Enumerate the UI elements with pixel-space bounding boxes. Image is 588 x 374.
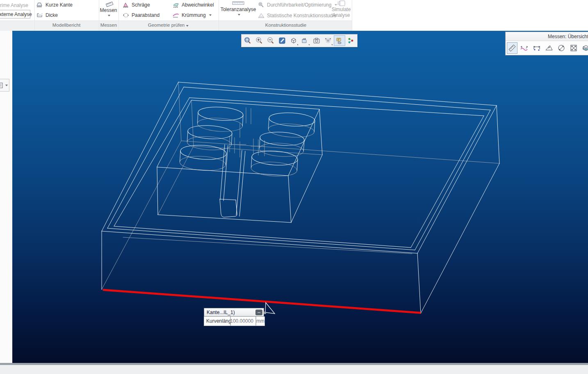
saved-views-button[interactable]: AB	[299, 35, 311, 46]
measure-curve-length-button[interactable]	[519, 42, 530, 54]
zoom-out-icon	[267, 37, 275, 45]
callout-value[interactable]: 100.00000	[230, 317, 256, 326]
measure-ruler-button[interactable]	[507, 42, 517, 54]
capture-icon	[313, 37, 320, 44]
dicke-button[interactable]: Dicke	[36, 12, 58, 18]
spin-center-button[interactable]	[345, 35, 357, 46]
left-margin-strip	[0, 31, 12, 363]
group-separator	[219, 0, 219, 30]
measure-distance-button[interactable]	[531, 42, 542, 54]
dropdown-arrow-icon	[209, 14, 212, 16]
messen-panel-title: Messen: Übersicht	[548, 34, 588, 39]
corner-dropdown-icon	[309, 44, 310, 45]
toleranzanalyse-icon	[231, 0, 246, 7]
durchfuehrbarkeit-icon	[258, 2, 265, 8]
callout-row: Kurvenlänge 100.00000 mm	[204, 317, 265, 326]
repaint-button[interactable]	[276, 35, 288, 46]
messen-icon	[105, 1, 112, 7]
group-label-modellbericht: Modellbericht	[52, 23, 80, 28]
callout-title: Kante...IL_1)	[204, 310, 255, 315]
svg-text:AB: AB	[303, 38, 306, 40]
group-label-konstruktionsstudie: Konstruktionsstudie	[265, 23, 306, 28]
diameter-icon	[557, 44, 565, 52]
wireframe-model	[12, 31, 588, 363]
toleranzanalyse-button[interactable]: Toleranzanalyse	[220, 0, 257, 16]
annotation-display-icon	[335, 37, 344, 44]
zoom-in-icon	[255, 37, 263, 45]
statistische-button: Statistische Konstruktionsstudie	[258, 12, 336, 19]
kruemmung-icon	[172, 12, 180, 18]
spin-center-icon	[347, 37, 355, 44]
bounding-box-icon	[570, 44, 578, 52]
callout-unit: mm	[256, 317, 265, 326]
graphics-viewport[interactable]	[12, 31, 588, 363]
measure-bounding-box-button[interactable]	[568, 42, 579, 54]
angle-icon	[545, 44, 554, 52]
simulate-analyse-button: Simulate Analyse	[330, 0, 352, 18]
kurze-kante-button[interactable]: Kurze Kante	[36, 2, 73, 8]
simulate-icon	[336, 0, 346, 7]
callout-header[interactable]: Kante...IL_1) –	[204, 308, 264, 317]
group-separator	[119, 0, 119, 30]
datum-display-button[interactable]	[322, 35, 334, 46]
corner-dropdown-icon	[297, 44, 299, 45]
point-distance-icon	[532, 44, 541, 52]
zoom-region-icon	[244, 37, 252, 45]
paarabstand-button[interactable]: Paarabstand	[122, 12, 160, 18]
callout-leader	[265, 303, 275, 314]
saved-views-icon: AB	[301, 37, 309, 44]
durchfuehrbarkeit-button: Durchführbarkeit/Optimierung	[258, 2, 337, 8]
kruemmung-button[interactable]: Krümmung	[172, 12, 212, 18]
display-style-button[interactable]	[288, 35, 299, 46]
messen-uebersicht-panel: Messen: Übersicht	[505, 32, 588, 55]
display-style-icon	[290, 37, 297, 44]
volume-icon	[581, 44, 588, 52]
measure-diameter-button[interactable]	[556, 42, 567, 54]
ruler-icon	[508, 44, 516, 52]
ribbon: rime Analyse xterne Analyse Kurze Kante …	[0, 0, 588, 31]
repaint-icon	[278, 37, 286, 44]
status-bar	[0, 363, 588, 374]
dropdown-arrow-icon	[5, 85, 8, 86]
curve-length-icon	[520, 44, 529, 52]
measure-volume-button[interactable]	[581, 42, 588, 54]
zoom-in-button[interactable]	[253, 35, 265, 46]
datum-display-icon	[324, 37, 332, 44]
measurement-callout: Kante...IL_1) – Kurvenlänge 100.00000 mm	[204, 308, 265, 326]
dropdown-arrow-icon	[108, 15, 110, 16]
statistik-icon	[258, 12, 265, 19]
dropdown-arrow-icon	[186, 25, 188, 27]
schraege-button[interactable]: Schräge	[122, 2, 150, 8]
zoom-region-button[interactable]	[242, 35, 253, 46]
zoom-out-button[interactable]	[265, 35, 276, 46]
abweichwinkel-button[interactable]: Abweichwinkel	[172, 2, 214, 8]
group-label-messen: Messen	[100, 23, 117, 28]
kurze-kante-icon	[36, 2, 43, 8]
schraege-icon	[122, 2, 130, 8]
capture-button[interactable]	[311, 35, 322, 46]
corner-dropdown-icon	[332, 44, 333, 45]
paarabstand-icon	[122, 12, 130, 18]
messen-button[interactable]: Messen	[99, 1, 118, 16]
measure-angle-button[interactable]	[544, 42, 554, 54]
callout-label: Kurvenlänge	[204, 317, 230, 326]
collapse-button[interactable]: –	[255, 310, 262, 315]
cut-toolbar[interactable]	[0, 79, 9, 92]
prime-analyse-button: rime Analyse	[0, 2, 28, 8]
messen-panel-titlebar[interactable]: Messen: Übersicht	[506, 32, 588, 41]
annotation-display-button[interactable]	[334, 35, 345, 46]
dicke-icon	[36, 12, 43, 18]
abweichwinkel-icon	[172, 2, 180, 8]
group-separator	[34, 0, 35, 30]
document-icon	[0, 83, 3, 88]
view-toolbar: AB	[241, 34, 358, 47]
group-label-geometrie[interactable]: Geometrie prüfen	[148, 23, 189, 28]
externe-analyse-button[interactable]: xterne Analyse	[0, 10, 30, 18]
group-separator	[352, 0, 352, 30]
dropdown-arrow-icon	[238, 14, 240, 16]
